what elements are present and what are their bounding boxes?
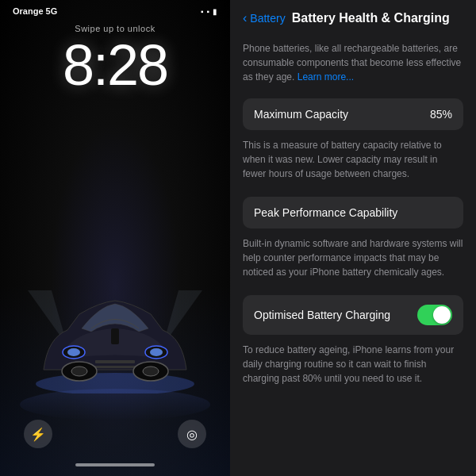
status-bar: Orange 5G ▪ ▪ ▮ (0, 0, 230, 19)
battery-health-panel: ‹ Battery Battery Health & Charging Phon… (230, 0, 476, 476)
bottom-actions: ⚡ ◎ (0, 420, 230, 448)
camera-button[interactable]: ◎ (178, 420, 206, 448)
clock-area: Swipe up to unlock 8:28 (63, 24, 167, 94)
svg-point-10 (71, 367, 87, 376)
optimised-charging-desc: To reduce battery ageing, iPhone learns … (243, 340, 463, 393)
peak-perf-row: Peak Performance Capability (243, 197, 463, 228)
peak-perf-card: Peak Performance Capability (243, 197, 463, 228)
car-image (20, 267, 210, 420)
svg-point-12 (143, 367, 159, 376)
flashlight-button[interactable]: ⚡ (24, 420, 52, 448)
svg-point-8 (150, 348, 163, 356)
max-capacity-card: Maximum Capacity 85% (243, 98, 463, 130)
max-capacity-value: 85% (430, 108, 452, 121)
home-indicator (75, 463, 155, 466)
max-capacity-label: Maximum Capacity (254, 108, 348, 121)
svg-point-6 (67, 348, 80, 356)
toggle-knob (433, 306, 451, 324)
clock-display: 8:28 (63, 36, 167, 94)
peak-perf-desc: Built-in dynamic software and hardware s… (243, 233, 463, 287)
back-chevron-icon: ‹ (243, 11, 247, 25)
flashlight-icon: ⚡ (30, 427, 46, 442)
optimised-charging-card: Optimised Battery Charging (243, 295, 463, 335)
lockscreen-panel: Orange 5G ▪ ▪ ▮ Swipe up to unlock 8:28 … (0, 0, 230, 476)
learn-more-link[interactable]: Learn more... (298, 71, 354, 83)
svg-rect-3 (95, 360, 135, 363)
optimised-charging-label: Optimised Battery Charging (254, 309, 390, 321)
peak-perf-label: Peak Performance Capability (254, 206, 397, 219)
wifi-icon: ▪ (201, 7, 204, 16)
max-capacity-desc: This is a measure of battery capacity re… (243, 135, 463, 189)
content-area: Phone batteries, like all rechargeable b… (230, 32, 476, 409)
back-button[interactable]: ‹ Battery (243, 11, 286, 25)
optimised-charging-toggle[interactable] (417, 305, 452, 325)
max-capacity-row: Maximum Capacity 85% (243, 98, 463, 130)
back-label: Battery (250, 12, 285, 25)
battery-icon: ▮ (213, 7, 217, 16)
optimised-charging-row: Optimised Battery Charging (243, 295, 463, 335)
signal-icon: ▪ (206, 7, 209, 16)
camera-icon: ◎ (186, 427, 198, 442)
intro-section: Phone batteries, like all rechargeable b… (243, 32, 463, 90)
swipe-hint: Swipe up to unlock (63, 24, 167, 33)
page-title: Battery Health & Charging (292, 11, 450, 25)
status-icons: ▪ ▪ ▮ (201, 7, 217, 16)
svg-rect-4 (91, 366, 139, 368)
nav-header: ‹ Battery Battery Health & Charging (230, 0, 476, 32)
svg-rect-13 (111, 328, 119, 344)
svg-point-0 (36, 373, 194, 393)
carrier-label: Orange 5G (13, 6, 57, 16)
